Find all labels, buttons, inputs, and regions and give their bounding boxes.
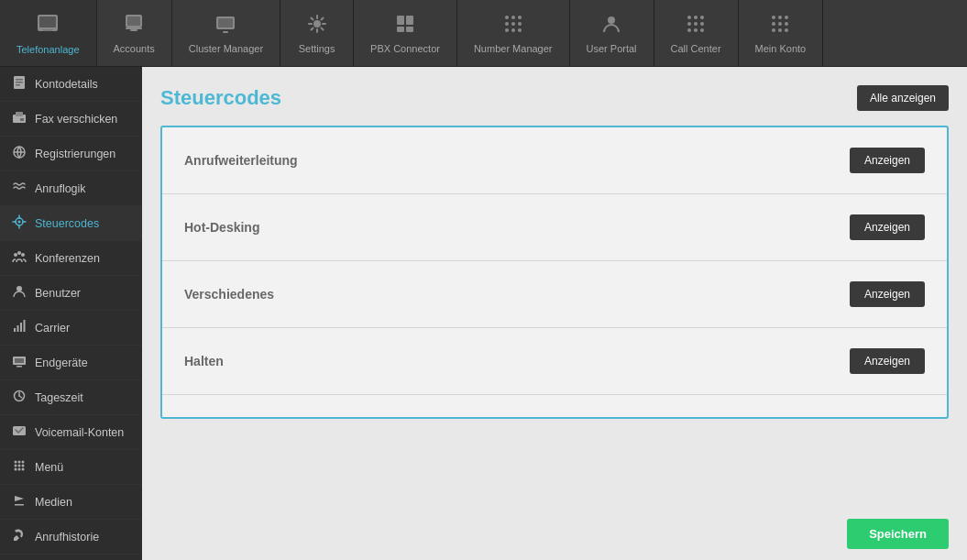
svg-rect-46 xyxy=(16,84,20,86)
benutzer-icon xyxy=(11,284,27,302)
svg-point-27 xyxy=(700,16,704,19)
sidebar-label-kontodetails: Kontodetails xyxy=(35,78,98,91)
sidebar-label-carrier: Carrier xyxy=(35,322,70,335)
svg-rect-4 xyxy=(127,16,140,26)
svg-rect-6 xyxy=(126,27,142,29)
sidebar: Kontodetails Fax verschicken Registrieru… xyxy=(0,67,142,560)
svg-point-17 xyxy=(518,16,522,19)
nav-item-pbx-connector[interactable]: PBX Connector xyxy=(354,0,457,66)
svg-point-28 xyxy=(687,22,691,26)
steuercodes-card: Anrufweiterleitung Anzeigen Hot-Desking … xyxy=(160,126,949,419)
kontodetails-icon xyxy=(11,75,27,93)
sidebar-item-steuercodes[interactable]: Steuercodes xyxy=(0,206,142,241)
konferenzen-icon xyxy=(11,249,27,267)
anruflogik-icon xyxy=(11,180,27,197)
sidebar-label-voicemail: Voicemail-Konten xyxy=(35,426,124,439)
nav-item-cluster-manager[interactable]: Cluster Manager xyxy=(172,0,280,66)
svg-rect-63 xyxy=(15,358,24,363)
page-title: Steuercodes xyxy=(160,86,281,110)
settings-icon xyxy=(305,12,329,39)
svg-rect-60 xyxy=(20,323,22,332)
nav-label-mein-konto: Mein Konto xyxy=(755,43,807,54)
svg-rect-58 xyxy=(14,328,16,332)
svg-rect-59 xyxy=(17,325,19,332)
nav-item-settings[interactable]: Settings xyxy=(280,0,354,66)
sidebar-item-konferenzen[interactable]: Konferenzen xyxy=(0,241,142,276)
svg-rect-78 xyxy=(15,504,24,506)
svg-rect-13 xyxy=(397,27,404,32)
sidebar-item-kontodetails[interactable]: Kontodetails xyxy=(0,67,142,102)
nav-item-mein-konto[interactable]: Mein Konto xyxy=(739,0,824,66)
svg-point-55 xyxy=(21,253,25,257)
svg-rect-48 xyxy=(16,112,23,116)
card-row-halten: Halten Anzeigen xyxy=(162,328,947,395)
sidebar-item-endgeraete[interactable]: Endgeräte xyxy=(0,346,142,380)
sidebar-item-benutzer[interactable]: Benutzer xyxy=(0,276,142,311)
carrier-icon xyxy=(11,319,27,336)
svg-point-22 xyxy=(511,28,515,32)
sidebar-item-anrufhistorie[interactable]: Anrufhistorie xyxy=(0,520,142,555)
anzeigen-button-halten[interactable]: Anzeigen xyxy=(850,348,925,374)
svg-point-77 xyxy=(22,468,25,471)
svg-point-70 xyxy=(18,461,21,464)
steuercodes-icon xyxy=(11,214,27,232)
medien-icon xyxy=(11,493,27,511)
top-nav: Telefonanlage Accounts Cluster Manager S… xyxy=(0,0,967,67)
sidebar-item-verzeichnis[interactable]: Verzeichnis xyxy=(0,555,142,560)
svg-rect-49 xyxy=(20,118,24,121)
svg-point-75 xyxy=(15,468,17,471)
svg-line-67 xyxy=(19,396,22,398)
sidebar-item-registrierungen[interactable]: Registrierungen xyxy=(0,137,142,171)
sidebar-item-fax[interactable]: Fax verschicken xyxy=(0,102,142,137)
nav-item-call-center[interactable]: Call Center xyxy=(654,0,739,66)
svg-point-53 xyxy=(18,221,21,224)
nav-label-accounts: Accounts xyxy=(114,43,155,54)
nav-item-number-manager[interactable]: Number Manager xyxy=(457,0,570,66)
anzeigen-button-anrufweiterleitung[interactable]: Anzeigen xyxy=(850,148,925,173)
svg-point-30 xyxy=(700,22,704,26)
svg-point-33 xyxy=(700,28,704,32)
sidebar-label-anrufhistorie: Anrufhistorie xyxy=(35,531,99,544)
sidebar-item-menue[interactable]: Menü xyxy=(0,450,142,485)
registrierungen-icon xyxy=(11,145,27,162)
anzeigen-button-verschiedenes[interactable]: Anzeigen xyxy=(850,281,925,307)
verschiedenes-label: Verschiedenes xyxy=(184,287,274,302)
alle-anzeigen-button[interactable]: Alle anzeigen xyxy=(857,85,949,111)
svg-point-24 xyxy=(608,16,615,24)
svg-point-54 xyxy=(14,253,17,257)
mein-konto-icon xyxy=(768,12,792,39)
sidebar-item-tageszeit[interactable]: Tageszeit xyxy=(0,380,142,415)
nav-item-user-portal[interactable]: User Portal xyxy=(570,0,654,66)
svg-rect-61 xyxy=(24,320,26,332)
svg-point-19 xyxy=(511,22,515,26)
sidebar-label-endgeraete: Endgeräte xyxy=(35,357,88,369)
sidebar-label-registrierungen: Registrierungen xyxy=(35,148,115,160)
anrufhistorie-icon xyxy=(11,528,27,545)
nav-label-user-portal: User Portal xyxy=(587,43,637,54)
sidebar-item-carrier[interactable]: Carrier xyxy=(0,311,142,346)
sidebar-item-voicemail[interactable]: Voicemail-Konten xyxy=(0,415,142,450)
svg-point-29 xyxy=(694,22,698,26)
sidebar-label-konferenzen: Konferenzen xyxy=(35,252,100,265)
nav-item-telefonanlage[interactable]: Telefonanlage xyxy=(0,0,97,66)
svg-rect-8 xyxy=(218,18,233,27)
svg-point-38 xyxy=(778,22,782,26)
svg-point-56 xyxy=(17,251,21,255)
svg-point-10 xyxy=(313,20,321,27)
svg-point-18 xyxy=(505,22,509,26)
sidebar-item-anruflogik[interactable]: Anruflogik xyxy=(0,171,142,206)
svg-point-74 xyxy=(22,465,25,467)
svg-point-15 xyxy=(505,16,509,19)
svg-point-21 xyxy=(505,28,509,32)
svg-rect-44 xyxy=(16,79,23,81)
sidebar-item-medien[interactable]: Medien xyxy=(0,485,142,520)
endgeraete-icon xyxy=(11,354,27,371)
anzeigen-button-hot-desking[interactable]: Anzeigen xyxy=(850,214,925,240)
halten-label: Halten xyxy=(184,354,224,368)
speichern-button[interactable]: Speichern xyxy=(847,519,949,549)
nav-item-accounts[interactable]: Accounts xyxy=(97,0,172,66)
fax-icon xyxy=(11,110,27,127)
sidebar-label-anruflogik: Anruflogik xyxy=(35,182,86,195)
svg-point-31 xyxy=(687,28,691,32)
svg-point-16 xyxy=(511,16,515,19)
